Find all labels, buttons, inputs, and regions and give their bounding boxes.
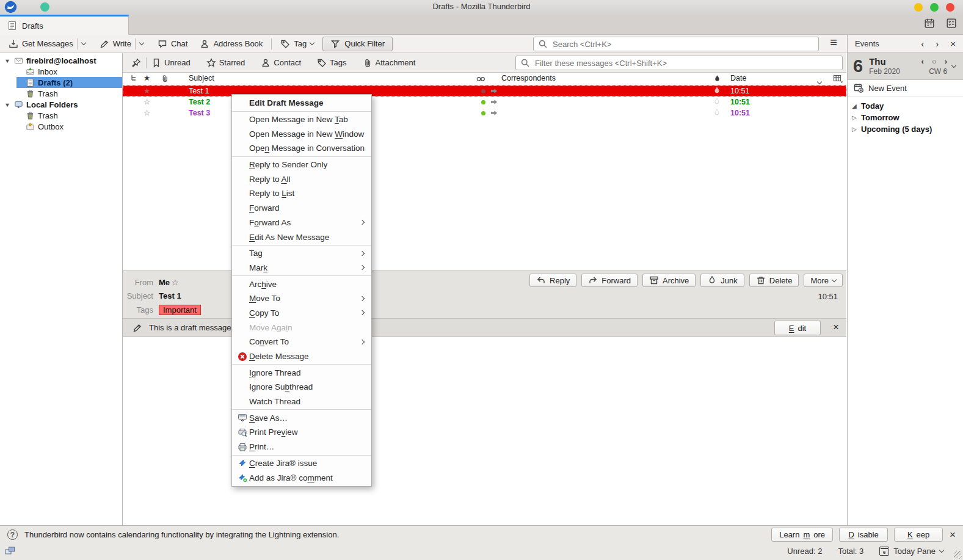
close-notification-icon[interactable]: × [950, 531, 956, 539]
menu-item-ignore-thread[interactable]: Ignore Thread [232, 365, 371, 380]
star-message-icon[interactable]: ☆ [172, 278, 179, 287]
expander-icon[interactable]: ▾ [4, 101, 11, 108]
filter-messages-box[interactable] [515, 56, 843, 70]
reply-button[interactable]: Reply [529, 274, 576, 287]
star-icon[interactable]: ☆ [144, 97, 150, 107]
events-prev-icon[interactable]: ‹ [921, 38, 924, 49]
menu-item-add-as-jira-comment[interactable]: Add as Jira® comment [232, 470, 371, 485]
menu-item-forward[interactable]: Forward [232, 201, 371, 216]
write-button[interactable]: Write [96, 38, 135, 50]
junk-flame-icon[interactable] [713, 108, 721, 120]
write-dropdown[interactable] [135, 38, 148, 49]
folder-drafts-selected[interactable]: Drafts (2) [16, 77, 122, 88]
menu-item-watch-thread[interactable]: Watch Thread [232, 395, 371, 409]
get-messages-dropdown[interactable] [77, 38, 90, 49]
folder-outbox[interactable]: Outbox [0, 121, 122, 132]
close-draft-bar-icon[interactable]: × [833, 323, 839, 332]
filter-contact-button[interactable]: Contact [261, 58, 301, 68]
star-icon[interactable]: ☆ [144, 108, 150, 118]
menu-item-archive[interactable]: Archive [232, 277, 371, 291]
keep-button[interactable]: Keep [894, 528, 943, 542]
account-row[interactable]: ▾ firebird@localhost [0, 55, 122, 66]
junk-button[interactable]: Junk [700, 274, 744, 287]
correspondents-column-icon[interactable] [476, 76, 486, 84]
menu-item-open-message-in-new-tab[interactable]: Open Message in New Tab [232, 112, 371, 127]
menu-item-forward-as[interactable]: Forward As [232, 216, 371, 230]
attachment-column-icon[interactable] [161, 74, 169, 85]
close-window-button[interactable] [946, 3, 954, 12]
minimize-button[interactable] [914, 3, 923, 12]
menu-item-open-message-in-new-window[interactable]: Open Message in New Window [232, 126, 371, 141]
menu-item-reply-to-sender-only[interactable]: Reply to Sender Only [232, 158, 371, 172]
menu-item-copy-to[interactable]: Copy To [232, 306, 371, 321]
filter-unread-button[interactable]: Unread [151, 58, 191, 68]
junk-column-icon[interactable] [713, 74, 721, 85]
menu-item-tag[interactable]: Tag [232, 246, 371, 261]
menu-item-reply-to-list[interactable]: Reply to List [232, 186, 371, 201]
more-button[interactable]: More [804, 274, 843, 287]
section-upcoming[interactable]: ▷ Upcoming (5 days) [848, 123, 963, 135]
next-day-icon[interactable]: › [945, 57, 947, 66]
events-next-icon[interactable]: › [936, 38, 939, 49]
local-folders-row[interactable]: ▾ Local Folders [0, 99, 122, 110]
folder-local-trash[interactable]: Trash [0, 110, 122, 121]
menu-item-convert-to[interactable]: Convert To [232, 335, 371, 349]
filter-tags-button[interactable]: Tags [317, 58, 346, 68]
chat-button[interactable]: Chat [154, 38, 191, 50]
expander-icon[interactable]: ▾ [4, 57, 11, 64]
pin-icon[interactable] [131, 58, 141, 68]
section-tomorrow[interactable]: ▷ Tomorrow [848, 112, 963, 123]
folder-inbox[interactable]: Inbox [0, 66, 122, 77]
address-book-button[interactable]: Address Book [196, 38, 266, 50]
menu-item-create-jira-issue[interactable]: Create Jira® issue [232, 456, 371, 471]
menu-item-move-to[interactable]: Move To [232, 291, 371, 306]
menu-item-print[interactable]: Print… [232, 440, 371, 454]
edit-draft-button[interactable]: Edit [774, 321, 821, 335]
prev-day-icon[interactable]: ‹ [921, 57, 924, 66]
menu-item-save-as[interactable]: Save As… [232, 410, 371, 425]
sort-chevron-icon[interactable] [818, 77, 821, 85]
filter-attachment-button[interactable]: Attachment [363, 58, 416, 68]
menu-item-print-preview[interactable]: Print Preview [232, 425, 371, 440]
folder-trash[interactable]: Trash [0, 88, 122, 99]
disable-button[interactable]: Disable [839, 528, 888, 542]
menu-item-edit-as-new-message[interactable]: Edit As New Message [232, 230, 371, 244]
forward-button[interactable]: Forward [581, 274, 638, 287]
delete-button[interactable]: Delete [749, 274, 799, 287]
archive-button[interactable]: Archive [642, 274, 696, 287]
global-search[interactable] [533, 37, 819, 51]
filter-starred-button[interactable]: Starred [206, 58, 245, 68]
subject-column-header[interactable]: Subject [189, 74, 214, 82]
app-menu-button[interactable]: ≡ [830, 35, 837, 49]
events-close-icon[interactable]: × [950, 38, 956, 49]
section-today[interactable]: ◢ Today [848, 100, 963, 112]
new-event-button[interactable]: New Event [848, 80, 963, 96]
calendar-tab-icon[interactable] [924, 18, 935, 29]
menu-item-open-message-in-conversation[interactable]: Open Message in Conversation [232, 141, 371, 156]
correspondents-column-header[interactable]: Correspondents [501, 74, 556, 82]
tab-drafts[interactable]: Drafts [0, 15, 129, 35]
maximize-button[interactable] [930, 3, 939, 12]
column-picker-icon[interactable] [833, 75, 843, 85]
star-column-icon[interactable]: ★ [144, 73, 150, 82]
today-icon[interactable]: ○ [932, 57, 937, 66]
date-column-header[interactable]: Date [730, 74, 746, 82]
filter-messages-input[interactable] [534, 58, 838, 68]
resize-grip[interactable] [954, 551, 962, 559]
quick-filter-toggle-button[interactable]: Quick Filter [322, 37, 393, 51]
star-icon[interactable]: ★ [144, 86, 150, 96]
get-messages-button[interactable]: Get Messages [5, 38, 77, 50]
menu-item-delete-message[interactable]: Delete Message [232, 349, 371, 364]
thread-column-icon[interactable] [130, 74, 137, 85]
menu-item-mark[interactable]: Mark [232, 261, 371, 275]
menu-item-ignore-subthread[interactable]: Ignore Subthread [232, 380, 371, 395]
tag-button[interactable]: Tag [277, 38, 318, 50]
offline-indicator-icon[interactable] [5, 546, 15, 555]
today-pane-toggle[interactable]: 6 Today Pane [879, 547, 943, 556]
expand-minimonth-icon[interactable] [951, 62, 956, 67]
learn-more-button[interactable]: Learn more [771, 528, 833, 542]
tasks-tab-icon[interactable] [946, 18, 957, 29]
search-input[interactable] [551, 39, 814, 49]
menu-item-edit-draft-message[interactable]: Edit Draft Message [232, 96, 371, 111]
menu-item-reply-to-all[interactable]: Reply to All [232, 172, 371, 186]
